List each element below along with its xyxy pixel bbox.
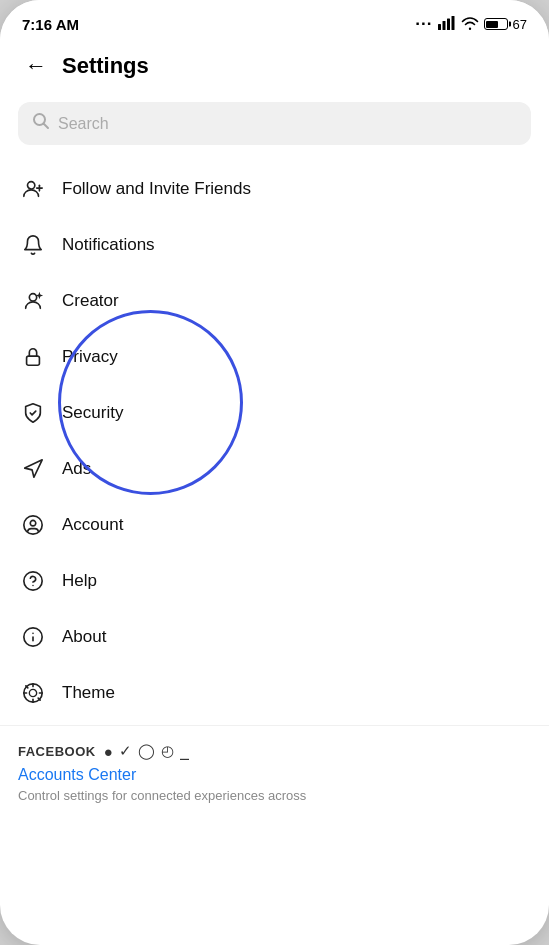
help-label: Help [62,571,97,591]
notifications-label: Notifications [62,235,155,255]
svg-rect-0 [438,24,441,30]
accounts-center-desc: Control settings for connected experienc… [18,788,531,803]
svg-rect-1 [442,21,445,30]
privacy-label: Privacy [62,347,118,367]
facebook-brand-label: FACEBOOK [18,744,96,759]
ads-icon [18,454,48,484]
fb-icon: ● [104,743,113,760]
info-icon [18,622,48,652]
battery-label: 67 [513,17,527,32]
instagram-icon: ◯ [138,742,155,760]
security-label: Security [62,403,123,423]
svg-line-5 [44,124,49,129]
account-label: Account [62,515,123,535]
fb-check-icon: ✓ [119,742,132,760]
bell-icon [18,230,48,260]
sidebar-item-theme[interactable]: Theme [0,665,549,721]
svg-point-11 [24,516,42,534]
svg-point-12 [30,520,36,526]
svg-point-13 [24,572,42,590]
sidebar-item-account[interactable]: Account [0,497,549,553]
svg-point-9 [29,294,36,301]
svg-point-14 [32,585,33,586]
svg-rect-2 [447,18,450,30]
theme-icon [18,678,48,708]
lock-icon [18,342,48,372]
accounts-center-link[interactable]: Accounts Center [18,766,531,784]
status-icons: ··· 67 [415,14,527,34]
sidebar-item-follow[interactable]: Follow and Invite Friends [0,161,549,217]
search-placeholder: Search [58,115,109,133]
back-button[interactable]: ← [18,48,54,84]
page-title: Settings [62,53,149,79]
facebook-brand-row: FACEBOOK ● ✓ ◯ ◴ ⎯ [18,742,531,760]
svg-rect-3 [451,16,454,30]
more-icon: ··· [415,14,432,34]
whatsapp-icon: ◴ [161,742,174,760]
svg-rect-10 [27,356,40,365]
creator-icon [18,286,48,316]
phone-frame: 7:16 AM ··· 67 [0,0,549,945]
shield-icon [18,398,48,428]
sidebar-item-security[interactable]: Security [0,385,549,441]
header: ← Settings [0,40,549,94]
wifi-icon [461,16,479,33]
signal-icon [438,16,456,33]
status-time: 7:16 AM [22,16,79,33]
battery-icon [484,18,508,30]
facebook-social-icons: ● ✓ ◯ ◴ ⎯ [104,742,189,760]
help-icon [18,566,48,596]
creator-label: Creator [62,291,119,311]
follow-icon [18,174,48,204]
search-bar[interactable]: Search [18,102,531,145]
menu-list: Follow and Invite Friends Notifications [0,161,549,721]
facebook-section: FACEBOOK ● ✓ ◯ ◴ ⎯ Accounts Center Contr… [0,725,549,811]
svg-point-6 [28,182,35,189]
status-bar: 7:16 AM ··· 67 [0,0,549,40]
sidebar-item-privacy[interactable]: Privacy [0,329,549,385]
follow-label: Follow and Invite Friends [62,179,251,199]
back-arrow-icon: ← [25,53,47,79]
messenger-icon: ⎯ [180,743,189,760]
svg-point-19 [29,689,36,696]
sidebar-item-help[interactable]: Help [0,553,549,609]
search-icon [32,112,50,135]
ads-label: Ads [62,459,91,479]
sidebar-item-creator[interactable]: Creator [0,273,549,329]
sidebar-item-notifications[interactable]: Notifications [0,217,549,273]
sidebar-item-about[interactable]: About [0,609,549,665]
sidebar-item-ads[interactable]: Ads [0,441,549,497]
account-icon [18,510,48,540]
theme-label: Theme [62,683,115,703]
about-label: About [62,627,106,647]
